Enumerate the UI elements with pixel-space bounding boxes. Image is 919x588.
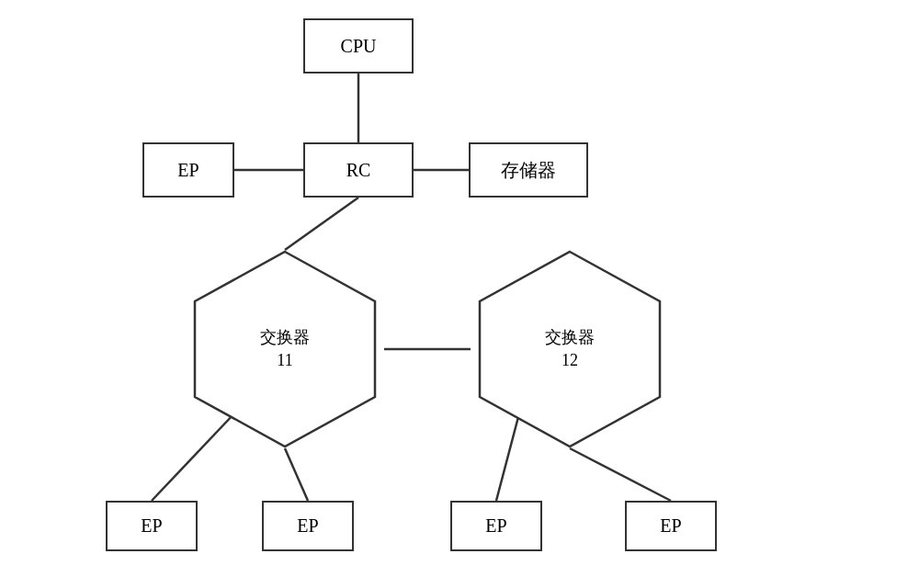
ep4-label: EP [660, 515, 681, 537]
ep3-box: EP [450, 501, 542, 551]
switch11-label2: 11 [260, 349, 310, 372]
rc-box: RC [303, 142, 414, 198]
memory-label: 存储器 [501, 158, 556, 183]
memory-box: 存储器 [469, 142, 588, 198]
ep4-box: EP [625, 501, 717, 551]
ep-left-box: EP [142, 142, 234, 198]
ep1-label: EP [141, 515, 162, 537]
ep3-label: EP [485, 515, 506, 537]
ep2-box: EP [262, 501, 354, 551]
switch11-hex: 交换器 11 [184, 250, 386, 448]
cpu-box: CPU [303, 18, 414, 74]
ep2-label: EP [297, 515, 318, 537]
switch12-hex: 交换器 12 [469, 250, 671, 448]
switch11-label1: 交换器 [260, 326, 310, 349]
rc-label: RC [346, 160, 371, 181]
ep-left-label: EP [177, 160, 199, 181]
ep1-box: EP [106, 501, 198, 551]
switch12-label1: 交换器 [545, 326, 595, 349]
switch12-label2: 12 [545, 349, 595, 372]
cpu-label: CPU [341, 36, 377, 57]
